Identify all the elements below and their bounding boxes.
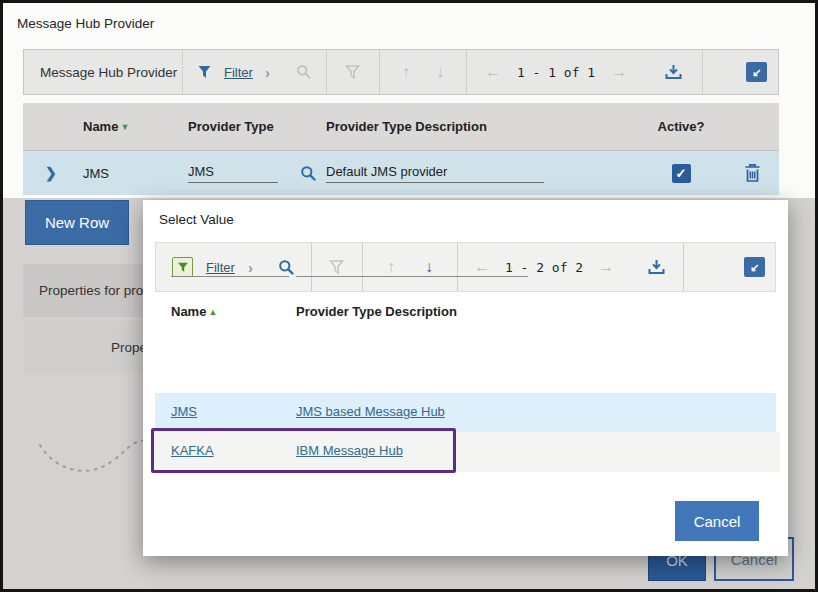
filter-link[interactable]: Filter [224,65,253,80]
sort-ascending-icon: ▲ [208,307,217,317]
dialog-pagination-label: 1 - 2 of 2 [505,260,583,275]
active-checkbox-checked[interactable]: ✓ [672,164,691,183]
main-table-header: Name▼ Provider Type Provider Type Descri… [23,103,779,151]
filter-funnel-icon[interactable] [197,65,212,79]
row-description-link[interactable]: IBM Message Hub [296,443,403,458]
row-name-link[interactable]: JMS [171,404,197,419]
column-header-active[interactable]: Active? [636,119,726,134]
dialog-expand-icon[interactable]: ↙ [744,257,765,277]
description-input[interactable]: Default JMS provider [326,164,544,183]
dotted-squiggle-annotation [28,415,153,485]
previous-page-icon-disabled: ← [485,63,501,81]
next-page-icon-disabled: → [611,63,627,81]
next-row-icon-disabled: ↓ [436,63,444,81]
clear-filter-icon-disabled [345,65,360,79]
table-row[interactable]: ❯ JMS JMS Default JMS provider ✓ [23,151,779,195]
row-description-link[interactable]: JMS based Message Hub [296,404,445,419]
application-window: Message Hub Provider Message Hub Provide… [0,0,818,592]
next-row-icon[interactable]: ↓ [425,258,433,276]
provider-type-input[interactable]: JMS [188,164,278,183]
column-header-name[interactable]: Name▼ [83,119,188,134]
toolbar-divider [702,50,703,94]
expand-row-icon[interactable]: ❯ [23,165,83,181]
delete-row-trash-icon[interactable] [726,163,779,183]
previous-page-icon-disabled: ← [474,258,490,276]
new-row-button[interactable]: New Row [25,200,129,245]
column-header-provider-type[interactable]: Provider Type [188,119,326,134]
table-title-label: Message Hub Provider [24,65,182,80]
toolbar-divider [683,243,684,291]
row-name-value: JMS [83,166,188,181]
dialog-column-header-name[interactable]: Name▲ [171,304,217,319]
name-filter-input[interactable] [171,276,289,277]
select-value-magnifier-icon[interactable] [291,165,326,182]
chevron-right-icon[interactable]: › [248,259,253,276]
sort-descending-icon: ▼ [120,122,129,132]
previous-row-icon-disabled: ↑ [402,63,410,81]
search-icon-disabled [296,64,312,80]
dialog-cancel-button[interactable]: Cancel [675,501,759,541]
expand-table-icon[interactable]: ↙ [746,62,767,82]
column-header-description[interactable]: Provider Type Description [326,119,636,134]
next-page-icon-disabled: → [598,258,614,276]
filter-active-icon[interactable] [172,257,193,277]
dialog-row-jms[interactable]: JMS JMS based Message Hub [155,393,776,432]
dialog-filter-link[interactable]: Filter [206,260,235,275]
chevron-right-icon[interactable]: › [265,64,270,81]
description-filter-input[interactable] [296,276,528,277]
previous-row-icon-disabled: ↑ [387,258,395,276]
page-title: Message Hub Provider [17,16,154,31]
select-value-dialog: Select Value Filter › ↑ [143,200,788,556]
row-name-link[interactable]: KAFKA [171,443,214,458]
clear-filter-icon-disabled [329,260,344,274]
dialog-toolbar: Filter › ↑ ↓ ← 1 - 2 of 2 → [155,242,776,292]
dialog-row-kafka[interactable]: KAFKA IBM Message Hub [151,432,780,472]
dialog-title: Select Value [159,212,234,227]
main-table-toolbar: Message Hub Provider Filter › ↑ ↓ ← [23,49,779,95]
active-cell: ✓ [636,164,726,183]
dialog-download-icon[interactable] [648,259,665,275]
dialog-search-icon[interactable] [278,259,295,276]
download-icon[interactable] [665,64,682,80]
pagination-label: 1 - 1 of 1 [517,65,595,80]
dialog-column-header-description[interactable]: Provider Type Description [296,304,457,319]
dialog-rows: JMS JMS based Message Hub KAFKA IBM Mess… [143,393,788,472]
